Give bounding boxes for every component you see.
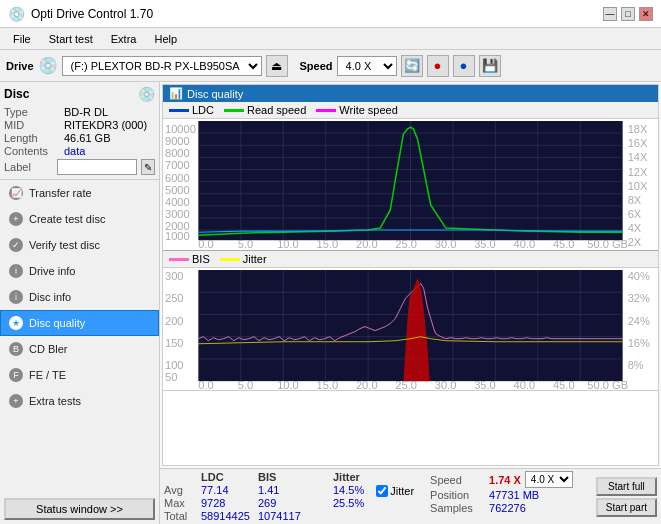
legend-jitter: Jitter — [220, 253, 267, 265]
sidebar-item-cd-bler[interactable]: B CD Bler — [0, 336, 159, 362]
lower-chart-svg: 300 250 200 150 100 50 40% 32% 24% 16% 8… — [163, 268, 658, 389]
disc-panel-title: Disc — [4, 87, 29, 101]
speed-select[interactable]: 4.0 X — [337, 56, 397, 76]
upper-chart-svg: 10000 9000 8000 7000 6000 5000 4000 3000… — [163, 119, 658, 250]
disc-label-edit-button[interactable]: ✎ — [141, 159, 155, 175]
svg-text:30.0: 30.0 — [435, 380, 457, 390]
svg-text:40.0: 40.0 — [514, 380, 536, 390]
close-button[interactable]: ✕ — [639, 7, 653, 21]
disc-quality-chart: 📊 Disc quality LDC Read speed Write spee… — [162, 84, 659, 466]
speed-result-select[interactable]: 4.0 X — [525, 471, 573, 488]
menu-file[interactable]: File — [4, 30, 40, 48]
drive-label: Drive — [6, 60, 34, 72]
svg-text:4X: 4X — [628, 222, 642, 234]
svg-text:12X: 12X — [628, 166, 648, 178]
drive-select[interactable]: (F:) PLEXTOR BD-R PX-LB950SA 1.06 — [62, 56, 262, 76]
svg-text:24%: 24% — [628, 315, 650, 327]
content-area: 📊 Disc quality LDC Read speed Write spee… — [160, 82, 661, 524]
sidebar-item-transfer-rate[interactable]: 📈 Transfer rate — [0, 180, 159, 206]
samples-label: Samples — [430, 502, 485, 514]
extra-tests-icon: + — [9, 394, 23, 408]
svg-text:40%: 40% — [628, 270, 650, 282]
save-button[interactable]: 💾 — [479, 55, 501, 77]
svg-text:35.0: 35.0 — [474, 238, 496, 250]
legend-ldc: LDC — [169, 104, 214, 116]
svg-text:100: 100 — [165, 359, 184, 371]
stats-jitter-header: Jitter — [333, 471, 360, 483]
sidebar-item-verify-test-disc-label: Verify test disc — [29, 239, 100, 251]
disc-info-icon: i — [9, 290, 23, 304]
titlebar-controls[interactable]: — □ ✕ — [603, 7, 653, 21]
position-val: 47731 MB — [489, 489, 539, 501]
sidebar-item-disc-quality[interactable]: ★ Disc quality — [0, 310, 159, 336]
svg-text:50.0 GB: 50.0 GB — [587, 380, 628, 390]
sidebar-item-extra-tests-label: Extra tests — [29, 395, 81, 407]
sidebar-item-disc-quality-label: Disc quality — [29, 317, 85, 329]
disc-type-row: Type BD-R DL — [4, 106, 155, 118]
sidebar-item-fe-te[interactable]: F FE / TE — [0, 362, 159, 388]
disc-length-row: Length 46.61 GB — [4, 132, 155, 144]
minimize-button[interactable]: — — [603, 7, 617, 21]
sidebar: Disc 💿 Type BD-R DL MID RITEKDR3 (000) L… — [0, 82, 160, 524]
jitter-checkbox[interactable] — [376, 485, 388, 497]
lower-chart: BIS Jitter — [163, 251, 658, 390]
disc-label-input[interactable] — [57, 159, 137, 175]
stats-bar: LDC BIS Jitter Avg 77.14 1.41 14.5% Max … — [160, 468, 661, 524]
disc-mid-row: MID RITEKDR3 (000) — [4, 119, 155, 131]
max-bis: 269 — [258, 497, 313, 509]
disc-type-key: Type — [4, 106, 64, 118]
sidebar-item-drive-info[interactable]: i Drive info — [0, 258, 159, 284]
transfer-rate-icon: 📈 — [9, 186, 23, 200]
avg-label: Avg — [164, 484, 199, 496]
svg-text:18X: 18X — [628, 123, 648, 135]
menu-extra[interactable]: Extra — [102, 30, 146, 48]
verify-test-disc-icon: ✓ — [9, 238, 23, 252]
refresh-button[interactable]: 🔄 — [401, 55, 423, 77]
sidebar-item-cd-bler-label: CD Bler — [29, 343, 68, 355]
avg-bis: 1.41 — [258, 484, 313, 496]
sidebar-item-disc-info-label: Disc info — [29, 291, 71, 303]
svg-text:8X: 8X — [628, 194, 642, 206]
svg-text:8000: 8000 — [165, 147, 190, 159]
chart-title: 📊 Disc quality — [163, 85, 658, 102]
legend-write-speed: Write speed — [316, 104, 398, 116]
disc-panel: Disc 💿 Type BD-R DL MID RITEKDR3 (000) L… — [0, 82, 159, 180]
svg-text:25.0: 25.0 — [395, 380, 417, 390]
svg-text:9000: 9000 — [165, 135, 190, 147]
sidebar-item-verify-test-disc[interactable]: ✓ Verify test disc — [0, 232, 159, 258]
disc-label-row: Label ✎ — [4, 159, 155, 175]
svg-text:5.0: 5.0 — [238, 238, 253, 250]
charts-wrapper: 10000 9000 8000 7000 6000 5000 4000 3000… — [163, 119, 658, 391]
svg-text:200: 200 — [165, 315, 184, 327]
main-layout: Disc 💿 Type BD-R DL MID RITEKDR3 (000) L… — [0, 82, 661, 524]
drive-toolbar: Drive 💿 (F:) PLEXTOR BD-R PX-LB950SA 1.0… — [0, 50, 661, 82]
sidebar-item-transfer-rate-label: Transfer rate — [29, 187, 92, 199]
disc-contents-row: Contents data — [4, 145, 155, 157]
menu-help[interactable]: Help — [145, 30, 186, 48]
sidebar-item-drive-info-label: Drive info — [29, 265, 75, 277]
svg-text:20.0: 20.0 — [356, 380, 378, 390]
menu-start-test[interactable]: Start test — [40, 30, 102, 48]
sidebar-item-extra-tests[interactable]: + Extra tests — [0, 388, 159, 414]
svg-text:250: 250 — [165, 293, 184, 305]
start-part-button[interactable]: Start part — [596, 498, 657, 517]
drive-icon: 💿 — [38, 56, 58, 75]
svg-text:3000: 3000 — [165, 208, 190, 220]
titlebar-left: 💿 Opti Drive Control 1.70 — [8, 6, 153, 22]
maximize-button[interactable]: □ — [621, 7, 635, 21]
blue-circle-button[interactable]: ● — [453, 55, 475, 77]
svg-text:6000: 6000 — [165, 172, 190, 184]
disc-panel-header: Disc 💿 — [4, 86, 155, 102]
disc-contents-val: data — [64, 145, 85, 157]
start-full-button[interactable]: Start full — [596, 477, 657, 496]
status-window-button[interactable]: Status window >> — [4, 498, 155, 520]
sidebar-item-create-test-disc[interactable]: + Create test disc — [0, 206, 159, 232]
cd-bler-icon: B — [9, 342, 23, 356]
svg-text:20.0: 20.0 — [356, 238, 378, 250]
sidebar-item-disc-info[interactable]: i Disc info — [0, 284, 159, 310]
speed-info-val: 1.74 X — [489, 474, 521, 486]
svg-text:0.0: 0.0 — [198, 380, 213, 390]
avg-jitter: 14.5% — [333, 484, 364, 496]
eject-button[interactable]: ⏏ — [266, 55, 288, 77]
red-circle-button[interactable]: ● — [427, 55, 449, 77]
